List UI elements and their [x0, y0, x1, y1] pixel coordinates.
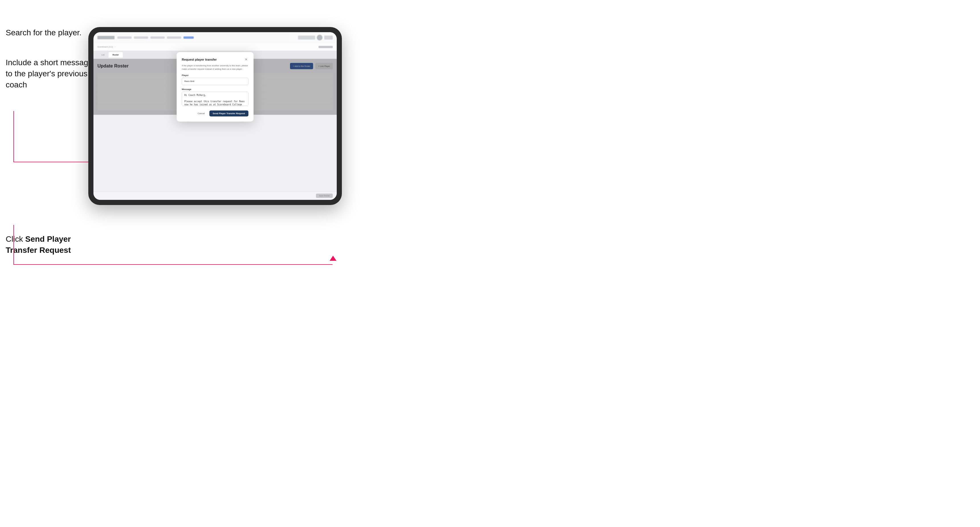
arrow-line-send-v — [13, 225, 14, 265]
nav-athletes — [150, 37, 165, 39]
main-content: Update Roster + Add to this Roster + Lin… — [94, 59, 337, 115]
modal-close-button[interactable]: ✕ — [244, 57, 248, 62]
player-label: Player — [182, 74, 248, 76]
app-nav — [118, 37, 295, 39]
annotation-search: Search for the player. — [6, 27, 81, 38]
tab-list[interactable]: List — [97, 52, 108, 57]
save-roster-button[interactable]: Save Roster — [316, 194, 333, 198]
add-athlete-btn — [298, 36, 315, 40]
message-textarea[interactable]: Hi Coach McHarg, Please accept this tran… — [182, 92, 248, 106]
modal-title: Request player transfer — [182, 58, 217, 61]
user-avatar — [317, 35, 323, 40]
modal-overlay: Request player transfer ✕ If the player … — [94, 59, 337, 115]
tablet-screen: Scoreboard (111) › List Roster Update Ro… — [94, 32, 337, 200]
nav-team-stats — [167, 37, 181, 39]
annotation-click: Click Send PlayerTransfer Request — [6, 233, 97, 256]
arrow-line-send-h — [13, 264, 332, 265]
annotation-message: Include a short message to the player's … — [6, 57, 97, 90]
app-header — [94, 32, 337, 43]
breadcrumb-action — [318, 46, 333, 48]
breadcrumb-item-1: Scoreboard (111) — [97, 46, 113, 48]
bottom-bar: Save Roster — [94, 191, 337, 200]
request-transfer-modal: Request player transfer ✕ If the player … — [177, 52, 253, 122]
modal-description: If the player is transferring from anoth… — [182, 64, 248, 71]
cancel-button[interactable]: Cancel — [196, 111, 207, 116]
breadcrumb-bar: Scoreboard (111) › — [94, 43, 337, 51]
message-label: Message — [182, 88, 248, 90]
breadcrumb-separator: › — [115, 46, 115, 48]
modal-header: Request player transfer ✕ — [182, 57, 248, 62]
arrow-line-message — [13, 111, 14, 162]
send-transfer-button[interactable]: Send Player Transfer Request — [209, 111, 248, 116]
nav-team — [134, 37, 148, 39]
modal-actions: Cancel Send Player Transfer Request — [182, 111, 248, 116]
app-header-right — [298, 35, 333, 40]
nav-tournaments — [118, 37, 132, 39]
app-logo — [97, 36, 115, 39]
arrow-head-send — [329, 256, 336, 261]
tab-roster[interactable]: Roster — [108, 52, 123, 57]
player-input[interactable] — [182, 78, 248, 85]
tablet-frame: Scoreboard (111) › List Roster Update Ro… — [88, 27, 342, 205]
settings-btn — [324, 36, 333, 40]
nav-roster[interactable] — [183, 37, 194, 39]
